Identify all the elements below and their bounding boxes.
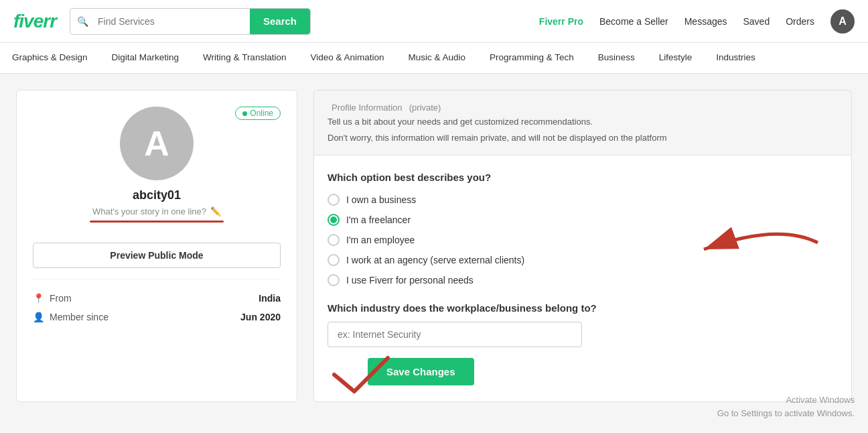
radio-employee[interactable] — [328, 234, 340, 246]
option-own-business-label: I own a business — [346, 194, 416, 205]
profile-avatar: A — [120, 107, 194, 180]
industry-input[interactable] — [328, 322, 582, 347]
preview-public-mode-button[interactable]: Preview Public Mode — [33, 243, 281, 268]
header-nav: Fiverr Pro Become a Seller Messages Save… — [539, 9, 855, 34]
option-employee-label: I'm an employee — [346, 235, 415, 245]
category-programming-tech[interactable]: Programming & Tech — [478, 43, 586, 74]
member-icon: 👤 — [33, 312, 44, 322]
profile-card: Online A abcity01 What's your story in o… — [16, 90, 297, 402]
story-line: What's your story in one line? ✏️ — [92, 206, 221, 216]
radio-freelancer[interactable] — [328, 214, 340, 226]
header: fiverr 🔍 Search Fiverr Pro Become a Sell… — [0, 0, 868, 43]
profile-top: A abcity01 What's your story in one line… — [33, 107, 281, 233]
radio-group: I own a business I'm a freelancer I'm an… — [328, 194, 838, 286]
story-placeholder: What's your story in one line? — [92, 206, 206, 216]
online-label: Online — [250, 109, 273, 118]
activate-windows-line2: Go to Settings to activate Windows. — [717, 407, 855, 419]
category-digital-marketing[interactable]: Digital Marketing — [100, 43, 192, 74]
option-employee[interactable]: I'm an employee — [328, 234, 838, 246]
profile-info-title: Profile Information (private) — [328, 101, 838, 113]
form-card: Which option best describes you? I own a… — [313, 156, 852, 402]
fiverr-pro-link[interactable]: Fiverr Pro — [539, 16, 583, 27]
activate-windows-line1: Activate Windows — [717, 393, 855, 407]
category-music-audio[interactable]: Music & Audio — [396, 43, 478, 74]
member-row: 👤 Member since Jun 2020 — [33, 308, 281, 326]
radio-own-business[interactable] — [328, 194, 340, 206]
online-dot — [242, 111, 247, 116]
category-business[interactable]: Business — [586, 43, 647, 74]
radio-freelancer-inner — [330, 216, 337, 223]
profile-info-desc-line2: Don't worry, this information will remai… — [328, 131, 838, 145]
option-agency[interactable]: I work at an agency (serve external clie… — [328, 254, 838, 266]
edit-icon[interactable]: ✏️ — [210, 206, 221, 216]
search-input[interactable] — [95, 11, 250, 32]
online-badge: Online — [235, 107, 281, 120]
option-freelancer-label: I'm a freelancer — [346, 214, 411, 225]
avatar[interactable]: A — [830, 9, 855, 34]
question2: Which industry does the workplace/busine… — [328, 302, 838, 314]
category-video-animation[interactable]: Video & Animation — [298, 43, 396, 74]
radio-personal[interactable] — [328, 274, 340, 286]
search-icon: 🔍 — [70, 16, 95, 27]
option-personal-label: I use Fiverr for personal needs — [346, 275, 474, 286]
save-changes-button[interactable]: Save Changes — [368, 358, 474, 385]
logo[interactable]: fiverr — [13, 11, 56, 32]
category-nav: Graphics & Design Digital Marketing Writ… — [0, 43, 868, 74]
member-label: Member since — [50, 312, 108, 322]
right-panel: Profile Information (private) Tell us a … — [313, 90, 852, 402]
category-writing-translation[interactable]: Writing & Translation — [191, 43, 298, 74]
question1: Which option best describes you? — [328, 172, 838, 183]
profile-info-desc-line1: Tell us a bit about your needs and get c… — [328, 115, 838, 129]
search-button[interactable]: Search — [250, 9, 310, 34]
from-value: India — [259, 293, 281, 304]
category-industries[interactable]: Industries — [704, 43, 768, 74]
member-label-wrap: 👤 Member since — [33, 312, 108, 322]
become-seller-link[interactable]: Become a Seller — [599, 16, 668, 27]
search-bar: 🔍 Search — [70, 8, 311, 35]
category-graphics-design[interactable]: Graphics & Design — [0, 43, 100, 74]
profile-username: abcity01 — [133, 188, 181, 202]
from-label: From — [50, 293, 72, 304]
member-value: Jun 2020 — [240, 312, 281, 322]
category-lifestyle[interactable]: Lifestyle — [647, 43, 705, 74]
activate-windows-watermark: Activate Windows Go to Settings to activ… — [717, 393, 855, 418]
option-freelancer[interactable]: I'm a freelancer — [328, 214, 838, 226]
profile-info: 📍 From India 👤 Member since Jun 2020 — [33, 279, 281, 326]
option-personal[interactable]: I use Fiverr for personal needs — [328, 274, 838, 286]
messages-link[interactable]: Messages — [684, 16, 727, 27]
profile-info-card: Profile Information (private) Tell us a … — [313, 90, 852, 156]
radio-agency[interactable] — [328, 254, 340, 266]
orders-link[interactable]: Orders — [786, 16, 814, 27]
from-row: 📍 From India — [33, 289, 281, 308]
red-underline — [90, 221, 224, 223]
option-own-business[interactable]: I own a business — [328, 194, 838, 206]
saved-link[interactable]: Saved — [743, 16, 770, 27]
option-agency-label: I work at an agency (serve external clie… — [346, 255, 524, 265]
main-content: Online A abcity01 What's your story in o… — [0, 74, 868, 418]
location-icon: 📍 — [33, 293, 44, 304]
from-label-wrap: 📍 From — [33, 293, 72, 304]
